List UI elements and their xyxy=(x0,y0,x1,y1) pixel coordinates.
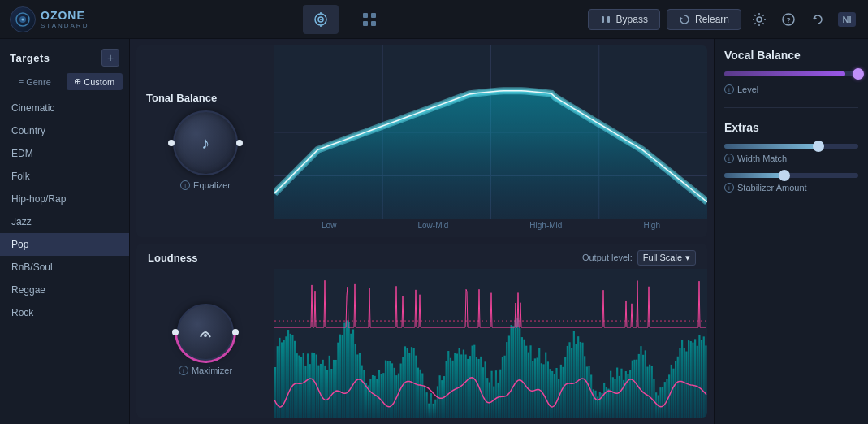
list-item-hiphop[interactable]: Hip-hop/Rap xyxy=(0,188,129,210)
stabilizer-slider-thumb[interactable] xyxy=(779,170,790,181)
level-label: i Level xyxy=(724,84,858,94)
settings-button[interactable] xyxy=(748,8,771,31)
equalizer-knob[interactable]: ♪ xyxy=(173,110,238,175)
width-match-label: i Width Match xyxy=(724,154,858,163)
nav-right: Bypass Relearn ? xyxy=(588,8,858,31)
svg-rect-12 xyxy=(602,16,604,23)
svg-rect-10 xyxy=(363,21,368,26)
svg-point-2 xyxy=(22,18,24,20)
equalizer-knob-container: ♪ i Equalizer xyxy=(173,110,238,190)
list-item-reggae[interactable]: Reggae xyxy=(0,279,129,301)
panels-area: Tonal Balance ♪ i Equalizer xyxy=(130,39,714,424)
maximizer-knob[interactable] xyxy=(177,304,234,361)
extras-section: Extras i Width Match i xyxy=(724,121,858,193)
relearn-button[interactable]: Relearn xyxy=(667,9,741,30)
level-slider-row: i Level xyxy=(724,71,858,94)
sidebar-add-button[interactable]: + xyxy=(101,49,119,67)
loudness-header: Loudness Output level: Full Scale ▾ xyxy=(136,244,707,269)
tonal-control: Tonal Balance ♪ i Equalizer xyxy=(136,45,274,237)
svg-marker-14 xyxy=(680,17,683,20)
loudness-title: Loudness xyxy=(148,252,197,264)
width-match-slider-thumb[interactable] xyxy=(813,141,824,152)
svg-point-5 xyxy=(320,19,322,20)
svg-rect-8 xyxy=(363,13,368,18)
knob-dot-left xyxy=(168,140,175,146)
nav-center xyxy=(101,5,587,34)
sidebar-list: Cinematic Country EDM Folk Hip-hop/Rap J… xyxy=(0,97,129,424)
tonal-title: Tonal Balance xyxy=(146,92,217,104)
logo-ni-button[interactable]: NI xyxy=(836,8,858,31)
undo-button[interactable] xyxy=(806,8,829,31)
width-match-slider-fill xyxy=(724,144,818,149)
bypass-button[interactable]: Bypass xyxy=(588,9,660,30)
loudness-panel: Loudness Output level: Full Scale ▾ xyxy=(136,244,707,418)
maximizer-info-icon[interactable]: i xyxy=(179,366,188,375)
tab-custom[interactable]: ⊕ Custom xyxy=(67,73,123,90)
loudness-panel-inner: Loudness Output level: Full Scale ▾ xyxy=(136,244,707,418)
list-item-rock[interactable]: Rock xyxy=(0,301,129,324)
knob-small-dot-right xyxy=(232,329,239,335)
svg-text:NI: NI xyxy=(843,15,852,24)
loudness-body: i Maximizer xyxy=(136,269,707,418)
tonal-chart-canvas xyxy=(274,45,707,219)
tonal-axis-labels: Low Low-Mid High-Mid High xyxy=(274,219,707,235)
nav-modules-button[interactable] xyxy=(352,5,387,34)
right-panel: Vocal Balance i Level Extras xyxy=(714,39,868,424)
width-match-slider-row: i Width Match xyxy=(724,144,858,163)
list-item-pop[interactable]: Pop xyxy=(0,233,129,256)
dropdown-chevron-icon: ▾ xyxy=(685,253,690,263)
top-nav: OZONE STANDARD xyxy=(0,0,868,39)
sidebar-tabs: ≡ Genre ⊕ Custom xyxy=(0,73,129,97)
output-level-dropdown[interactable]: Full Scale ▾ xyxy=(637,250,696,266)
sidebar-title: Targets xyxy=(10,52,50,64)
stabilizer-slider-track[interactable] xyxy=(724,173,858,178)
logo-name: OZONE xyxy=(41,9,89,22)
level-slider-track[interactable] xyxy=(724,71,858,76)
level-info-icon[interactable]: i xyxy=(724,84,734,94)
main-content: Targets + ≡ Genre ⊕ Custom Cinematic Cou… xyxy=(0,39,868,424)
vocal-balance-section: Vocal Balance i Level xyxy=(724,49,858,94)
svg-rect-11 xyxy=(371,21,376,26)
svg-rect-9 xyxy=(371,13,376,18)
list-item-rnbsoul[interactable]: RnB/Soul xyxy=(0,256,129,279)
knob-small-dot-left xyxy=(172,329,179,335)
loudness-chart-canvas xyxy=(274,269,707,418)
extras-title: Extras xyxy=(724,121,858,134)
maximizer-knob-container: i Maximizer xyxy=(177,304,234,375)
knob-dot-right xyxy=(236,140,243,146)
right-divider xyxy=(724,107,858,108)
logo-text-group: OZONE STANDARD xyxy=(41,9,89,29)
stabilizer-info-icon[interactable]: i xyxy=(724,183,734,193)
svg-rect-13 xyxy=(607,16,610,23)
genre-icon: ≡ xyxy=(19,77,24,87)
list-item-edm[interactable]: EDM xyxy=(0,142,129,165)
tonal-balance-panel: Tonal Balance ♪ i Equalizer xyxy=(136,45,707,237)
loudness-chart-area xyxy=(274,269,707,418)
output-level-row: Output level: Full Scale ▾ xyxy=(582,250,696,266)
equalizer-label: i Equalizer xyxy=(180,180,231,190)
tab-genre[interactable]: ≡ Genre xyxy=(6,73,63,90)
sidebar-header: Targets + xyxy=(0,39,129,73)
stabilizer-slider-row: i Stabilizer Amount xyxy=(724,173,858,193)
vocal-balance-title: Vocal Balance xyxy=(724,49,858,62)
svg-point-15 xyxy=(757,17,762,22)
level-slider-thumb[interactable] xyxy=(853,68,864,80)
equalizer-info-icon[interactable]: i xyxy=(180,180,190,190)
list-item-cinematic[interactable]: Cinematic xyxy=(0,97,129,119)
sidebar: Targets + ≡ Genre ⊕ Custom Cinematic Cou… xyxy=(0,39,130,424)
width-match-slider-track[interactable] xyxy=(724,144,858,149)
custom-icon: ⊕ xyxy=(74,76,81,87)
width-match-info-icon[interactable]: i xyxy=(724,154,734,163)
logo-icon xyxy=(10,6,36,32)
maximizer-label: i Maximizer xyxy=(179,366,232,375)
nav-waveform-button[interactable] xyxy=(303,5,339,34)
svg-text:?: ? xyxy=(786,16,791,24)
equalizer-knob-symbol: ♪ xyxy=(201,134,209,153)
help-button[interactable]: ? xyxy=(777,8,800,31)
tonal-chart-area: Low Low-Mid High-Mid High xyxy=(274,45,707,237)
loudness-control: i Maximizer xyxy=(136,269,274,418)
stabilizer-label: i Stabilizer Amount xyxy=(724,183,858,193)
list-item-jazz[interactable]: Jazz xyxy=(0,210,129,233)
list-item-country[interactable]: Country xyxy=(0,119,129,142)
list-item-folk[interactable]: Folk xyxy=(0,165,129,188)
